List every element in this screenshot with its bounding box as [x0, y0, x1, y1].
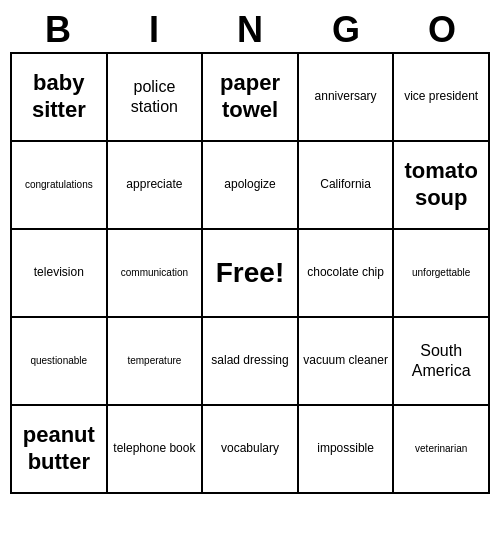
header-letter: I: [106, 8, 202, 52]
cell-text: baby sitter: [16, 70, 102, 123]
bingo-cell: vocabulary: [203, 406, 299, 494]
bingo-cell: chocolate chip: [299, 230, 395, 318]
cell-text: anniversary: [315, 89, 377, 103]
bingo-cell: temperature: [108, 318, 204, 406]
bingo-cell: unforgettable: [394, 230, 490, 318]
cell-text: temperature: [127, 355, 181, 367]
cell-text: congratulations: [25, 179, 93, 191]
bingo-cell: baby sitter: [12, 54, 108, 142]
cell-text: telephone book: [113, 441, 195, 455]
bingo-card: BINGO baby sitterpolice stationpaper tow…: [10, 8, 490, 494]
bingo-cell: anniversary: [299, 54, 395, 142]
bingo-cell: peanut butter: [12, 406, 108, 494]
bingo-cell: appreciate: [108, 142, 204, 230]
cell-text: unforgettable: [412, 267, 470, 279]
cell-text: appreciate: [126, 177, 182, 191]
bingo-cell: salad dressing: [203, 318, 299, 406]
header-letter: O: [394, 8, 490, 52]
cell-text: vacuum cleaner: [303, 353, 388, 367]
bingo-cell: South America: [394, 318, 490, 406]
header-letter: B: [10, 8, 106, 52]
cell-text: communication: [121, 267, 188, 279]
cell-text: California: [320, 177, 371, 191]
bingo-cell: communication: [108, 230, 204, 318]
cell-text: paper towel: [207, 70, 293, 123]
cell-text: television: [34, 265, 84, 279]
cell-text: impossible: [317, 441, 374, 455]
bingo-cell: television: [12, 230, 108, 318]
cell-text: salad dressing: [211, 353, 288, 367]
bingo-cell: California: [299, 142, 395, 230]
bingo-cell: Free!: [203, 230, 299, 318]
bingo-header: BINGO: [10, 8, 490, 52]
bingo-cell: tomato soup: [394, 142, 490, 230]
cell-text: peanut butter: [16, 422, 102, 475]
bingo-cell: paper towel: [203, 54, 299, 142]
bingo-cell: congratulations: [12, 142, 108, 230]
cell-text: Free!: [216, 257, 284, 289]
header-letter: N: [202, 8, 298, 52]
cell-text: veterinarian: [415, 443, 467, 455]
cell-text: police station: [112, 77, 198, 115]
cell-text: vice president: [404, 89, 478, 103]
cell-text: vocabulary: [221, 441, 279, 455]
bingo-cell: apologize: [203, 142, 299, 230]
bingo-cell: police station: [108, 54, 204, 142]
bingo-cell: questionable: [12, 318, 108, 406]
cell-text: South America: [398, 341, 484, 379]
cell-text: tomato soup: [398, 158, 484, 211]
bingo-cell: impossible: [299, 406, 395, 494]
header-letter: G: [298, 8, 394, 52]
bingo-cell: telephone book: [108, 406, 204, 494]
cell-text: questionable: [30, 355, 87, 367]
bingo-cell: vice president: [394, 54, 490, 142]
cell-text: apologize: [224, 177, 275, 191]
cell-text: chocolate chip: [307, 265, 384, 279]
bingo-cell: vacuum cleaner: [299, 318, 395, 406]
bingo-cell: veterinarian: [394, 406, 490, 494]
bingo-grid: baby sitterpolice stationpaper towelanni…: [10, 52, 490, 494]
